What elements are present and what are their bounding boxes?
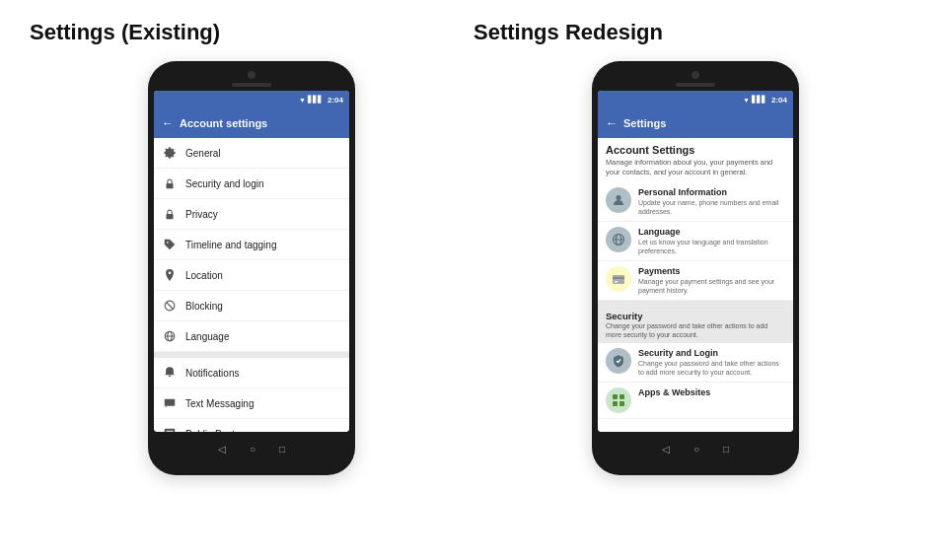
general-label: General bbox=[185, 148, 221, 159]
list-item[interactable]: Language bbox=[154, 321, 349, 352]
list-item[interactable]: Timeline and tagging bbox=[154, 230, 349, 260]
svg-rect-11 bbox=[165, 399, 176, 406]
left-heading: Settings (Existing) bbox=[30, 20, 220, 44]
back-nav-btn[interactable]: ◁ bbox=[218, 444, 226, 455]
list-item[interactable]: Notifications bbox=[154, 358, 349, 388]
status-icons: ▼ ▋▋▋ bbox=[299, 96, 323, 104]
privacy-lock-icon bbox=[162, 206, 178, 222]
security-login-name: Security and Login bbox=[638, 348, 785, 358]
speaker-right bbox=[676, 83, 715, 87]
right-header-title: Settings bbox=[623, 117, 666, 129]
list-item[interactable]: General bbox=[154, 138, 349, 169]
svg-rect-22 bbox=[613, 394, 618, 399]
apps-icon bbox=[606, 387, 631, 413]
payments-desc: Manage your payment settings and see you… bbox=[638, 277, 785, 295]
camera-dot-right bbox=[692, 71, 699, 79]
account-title: Account Settings bbox=[598, 138, 793, 158]
back-arrow-icon[interactable]: ← bbox=[162, 116, 174, 130]
left-navbar: ◁ ○ □ bbox=[218, 436, 285, 461]
message-icon bbox=[162, 395, 178, 411]
right-back-arrow-icon[interactable]: ← bbox=[606, 116, 618, 130]
personal-info-text: Personal Information Update your name, p… bbox=[638, 187, 785, 216]
right-app-header: ← Settings bbox=[598, 108, 793, 138]
svg-rect-21 bbox=[615, 281, 618, 283]
payments-icon bbox=[606, 266, 631, 292]
wifi-icon: ▼ bbox=[299, 97, 306, 104]
language-name: Language bbox=[638, 227, 785, 237]
list-item[interactable]: Text Messaging bbox=[154, 388, 349, 419]
location-label: Location bbox=[185, 270, 223, 281]
list-item[interactable]: Language Let us know your language and t… bbox=[598, 222, 793, 261]
security-section-header: Security Change your password and take o… bbox=[598, 307, 793, 343]
right-screen: ▼ ▋▋▋ 2:04 ← Settings Account Settings M… bbox=[598, 91, 793, 432]
right-status-bar: ▼ ▋▋▋ 2:04 bbox=[598, 91, 793, 108]
list-item[interactable]: Security and Login Change your password … bbox=[598, 343, 793, 383]
svg-rect-25 bbox=[619, 401, 624, 406]
svg-rect-1 bbox=[167, 183, 174, 188]
language-label: Language bbox=[185, 331, 230, 342]
list-item[interactable]: Payments Manage your payment settings an… bbox=[598, 261, 793, 301]
security-label: Security and login bbox=[185, 178, 264, 189]
recents-nav-btn[interactable]: □ bbox=[279, 444, 285, 455]
list-item[interactable]: Blocking bbox=[154, 291, 349, 321]
list-item[interactable]: Security and login bbox=[154, 169, 349, 199]
svg-rect-2 bbox=[167, 214, 174, 219]
svg-rect-23 bbox=[619, 394, 624, 399]
left-header-title: Account settings bbox=[180, 117, 267, 129]
svg-rect-24 bbox=[613, 401, 618, 406]
account-section-header: Account Settings Manage information abou… bbox=[598, 138, 793, 182]
apps-websites-text: Apps & Websites bbox=[638, 387, 710, 398]
security-login-desc: Change your password and take other acti… bbox=[638, 359, 785, 377]
person-icon bbox=[606, 187, 631, 213]
right-status-time: 2:04 bbox=[771, 96, 787, 105]
svg-point-15 bbox=[617, 195, 621, 200]
list-item[interactable]: Apps & Websites bbox=[598, 383, 793, 419]
camera-dot bbox=[248, 71, 255, 79]
list-item[interactable]: Personal Information Update your name, p… bbox=[598, 182, 793, 222]
svg-rect-10 bbox=[169, 376, 172, 377]
list-item[interactable]: Location bbox=[154, 260, 349, 291]
recents-nav-btn-right[interactable]: □ bbox=[723, 444, 729, 455]
tag-icon bbox=[162, 237, 178, 252]
list-item[interactable]: Public Posts bbox=[154, 419, 349, 432]
personal-info-desc: Update your name, phone numbers and emai… bbox=[638, 198, 785, 216]
bell-icon bbox=[162, 365, 178, 381]
public-posts-label: Public Posts bbox=[185, 429, 240, 433]
blocking-label: Blocking bbox=[185, 301, 223, 312]
left-menu-list: General Security and login Privacy bbox=[154, 138, 349, 432]
home-nav-btn[interactable]: ○ bbox=[250, 444, 255, 455]
status-time: 2:04 bbox=[328, 96, 343, 105]
svg-rect-19 bbox=[613, 275, 624, 284]
language-globe-icon bbox=[606, 227, 631, 252]
wifi-icon-right: ▼ bbox=[743, 97, 750, 104]
gear-icon bbox=[162, 145, 178, 161]
svg-point-4 bbox=[169, 272, 172, 275]
globe-icon bbox=[162, 328, 178, 344]
timeline-label: Timeline and tagging bbox=[185, 240, 276, 250]
list-item[interactable]: Privacy bbox=[154, 199, 349, 230]
privacy-label: Privacy bbox=[185, 209, 218, 220]
payments-name: Payments bbox=[638, 266, 785, 276]
right-navbar: ◁ ○ □ bbox=[662, 436, 729, 461]
svg-point-3 bbox=[167, 242, 169, 244]
payments-text: Payments Manage your payment settings an… bbox=[638, 266, 785, 295]
left-screen: ▼ ▋▋▋ 2:04 ← Account settings General bbox=[154, 91, 349, 432]
security-login-text: Security and Login Change your password … bbox=[638, 348, 785, 377]
block-icon bbox=[162, 298, 178, 314]
speaker bbox=[232, 83, 271, 87]
left-status-bar: ▼ ▋▋▋ 2:04 bbox=[154, 91, 349, 108]
svg-line-6 bbox=[167, 303, 174, 310]
account-desc: Manage information about you, your payme… bbox=[598, 158, 793, 182]
right-heading: Settings Redesign bbox=[474, 20, 663, 44]
apps-websites-name: Apps & Websites bbox=[638, 387, 710, 397]
home-nav-btn-right[interactable]: ○ bbox=[693, 444, 699, 455]
signal-icon: ▋▋▋ bbox=[308, 96, 323, 104]
language-desc: Let us know your language and translatio… bbox=[638, 238, 785, 255]
location-icon bbox=[162, 267, 178, 283]
right-phone: ▼ ▋▋▋ 2:04 ← Settings Account Settings M… bbox=[592, 61, 799, 475]
personal-info-name: Personal Information bbox=[638, 187, 785, 197]
security-desc: Change your password and take other acti… bbox=[606, 321, 785, 339]
shield-icon bbox=[606, 348, 631, 374]
back-nav-btn-right[interactable]: ◁ bbox=[662, 444, 670, 455]
lock-icon bbox=[162, 175, 178, 191]
